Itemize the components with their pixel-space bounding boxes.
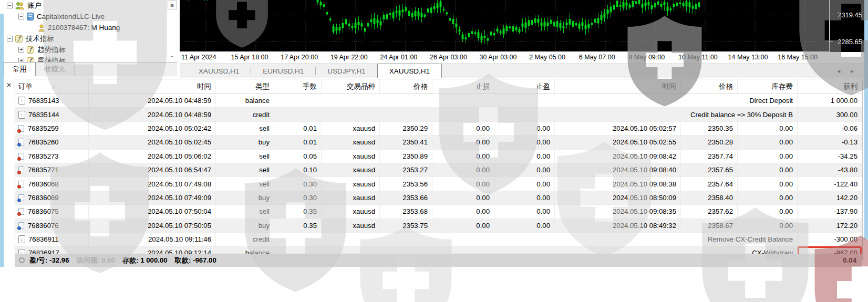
lots-cell: 0.01 (274, 122, 322, 135)
swap-cell: 0.00 (738, 163, 798, 176)
table-row[interactable]: 768360682024.05.10 07:49:08sell0.30xauus… (15, 177, 862, 191)
close-time-cell: 2024.05.10 05:02:55 (555, 136, 681, 149)
order-cell: 76835259 (15, 122, 89, 135)
time-cell: 2024.05.10 07:49:09 (89, 191, 216, 204)
table-row[interactable]: ↓768369112024.05.10 09:11:46creditRemove… (15, 233, 862, 246)
chart-tab-usdjpy-h1[interactable]: USDJPY,H1 (316, 64, 377, 78)
table-row[interactable]: 768360752024.05.10 07:50:04sell0.35xauus… (15, 205, 862, 218)
collapse-expander-icon[interactable]: − (7, 36, 13, 41)
table-row[interactable]: 768352732024.05.10 05:06:02sell0.05xauus… (15, 150, 862, 163)
comment-cell: Direct Deposit (274, 94, 798, 107)
column-header-3[interactable]: 手数 (274, 79, 322, 93)
column-header-9[interactable]: 价格 (681, 79, 738, 93)
table-row[interactable]: 768352602024.05.10 05:02:45buy0.01xauusd… (15, 136, 862, 149)
symbol-cell: xauusd (322, 136, 380, 149)
close-time-cell: 2024.05.10 09:08:38 (555, 177, 681, 190)
order-cell: ↑76835143 (15, 94, 89, 107)
comment-cell: Credit balance => 30% Deposit B (274, 108, 798, 121)
tree-item[interactable]: +ƒ趋势指标 (4, 44, 167, 55)
sl-cell: 0.00 (432, 177, 494, 190)
x-axis-tick-label: 10 May 11:00 (678, 54, 718, 61)
tree-item[interactable]: +ƒ震荡指标 (4, 55, 167, 62)
column-header-5[interactable]: 价格 (380, 79, 432, 93)
table-row[interactable]: 768352592024.05.10 05:02:42sell0.01xauus… (15, 122, 862, 136)
candlestick-chart[interactable]: 2319.452285.65 (180, 0, 864, 52)
table-row[interactable]: ↑768351432024.05.10 04:48:59balanceDirec… (15, 94, 862, 108)
table-row[interactable]: 768360762024.05.10 07:50:05buy0.35xauusd… (15, 219, 862, 233)
type-cell: sell (216, 205, 274, 218)
chart-tab-eurusd-h1[interactable]: EURUSD,H1 (251, 64, 315, 78)
terminal-close-button[interactable]: ✕ (5, 81, 13, 89)
type-cell: credit (216, 233, 274, 246)
user-icon (38, 24, 45, 32)
x-axis-tick-label: 11 Apr 2024 (181, 54, 216, 61)
table-row[interactable]: ↑768351442024.05.10 04:48:59creditCredit… (15, 108, 862, 121)
symbol-cell: xauusd (322, 150, 380, 163)
sl-cell: 0.00 (432, 136, 494, 149)
tree-item[interactable]: −账户 (4, 0, 167, 11)
tree-item[interactable]: −CapitalxtendLLC-Live (4, 11, 167, 22)
tree-item[interactable]: 2100378467: M Huang (4, 22, 167, 33)
order-id: 76835259 (28, 124, 59, 132)
close-price-cell: 2357.65 (681, 163, 738, 176)
tree-item-label: 2100378467: M Huang (48, 24, 120, 32)
tab-scroll-left-icon[interactable]: ◄ (836, 68, 841, 74)
type-cell: sell (216, 150, 274, 163)
order-sell-icon (18, 181, 24, 188)
swap-cell: 0.00 (738, 205, 798, 218)
column-header-1[interactable]: 时间 (89, 79, 216, 93)
table-row[interactable]: 768360692024.05.10 07:49:09buy0.30xauusd… (15, 191, 862, 205)
x-axis-tick-label: 16 May 15:00 (778, 54, 818, 61)
tp-cell: 0.00 (494, 150, 555, 163)
tp-cell: 0.00 (494, 205, 555, 218)
navigator-tab-common[interactable]: 常用 (4, 62, 36, 76)
time-cell: 2024.05.10 07:50:05 (89, 219, 216, 232)
column-header-0[interactable]: 订单∕ (15, 79, 89, 93)
collapse-expander-icon[interactable]: − (18, 14, 24, 19)
expand-expander-icon[interactable]: + (18, 47, 24, 53)
profit-cell: -43.80 (798, 163, 862, 176)
expand-expander-icon[interactable]: + (18, 58, 24, 62)
tree-item-label: 技术指标 (26, 34, 54, 44)
navigator-scrollbar[interactable]: ≡ ⌄ (167, 0, 177, 62)
accounts-icon (15, 2, 24, 9)
column-header-2[interactable]: 类型 (216, 79, 274, 93)
sl-cell: 0.00 (432, 150, 494, 163)
sl-cell: 0.00 (432, 163, 494, 176)
balance-in-icon: ↑ (18, 111, 25, 119)
lots-cell: 0.30 (274, 191, 322, 204)
lots-cell: 0.35 (274, 219, 322, 232)
swap-cell: 0.00 (738, 191, 798, 204)
column-header-11[interactable]: 获利 (798, 79, 862, 93)
tab-scroll-right-icon[interactable]: ► (850, 68, 855, 74)
swap-cell: 0.00 (738, 150, 798, 163)
price-cell: 2350.41 (380, 136, 432, 149)
column-header-8[interactable]: 时间 (555, 79, 681, 93)
profit-cell: -137.90 (798, 205, 862, 218)
navigator-menu-button[interactable]: ≡ (168, 1, 177, 9)
table-row[interactable]: 768357712024.05.10 06:54:47sell0.10xauus… (15, 163, 862, 177)
close-time-cell: 2024.05.10 08:49:32 (555, 219, 681, 232)
tree-item-label: 趋势指标 (37, 45, 66, 55)
order-sell-icon (18, 153, 24, 160)
close-price-cell: 2357.62 (681, 205, 738, 218)
type-cell: sell (216, 122, 274, 135)
function-icon: ƒ (15, 35, 23, 43)
profit-cell: -0.13 (798, 136, 862, 149)
column-header-6[interactable]: 止损 (432, 79, 494, 93)
chart-tab-xauusd-h1[interactable]: XAUUSD,H1 (187, 64, 251, 78)
navigator-scroll-down-button[interactable]: ⌄ (168, 50, 177, 59)
navigator-tab-favorites[interactable]: 收藏夹 (36, 63, 75, 76)
chart-tab-xauusd-h1[interactable]: XAUUSD,H1 (377, 64, 442, 78)
collapse-expander-icon[interactable]: − (7, 3, 13, 8)
tree-item[interactable]: −ƒ技术指标 (4, 33, 167, 44)
chevron-down-icon: ⌄ (169, 51, 174, 59)
column-header-7[interactable]: 止盈 (494, 79, 555, 93)
price-cell: 2353.68 (380, 205, 432, 218)
column-header-4[interactable]: 交易品种 (322, 79, 380, 93)
chart-tab-scroll-arrows: ◄ ► (836, 64, 855, 78)
column-header-10[interactable]: 库存费 (738, 79, 798, 93)
order-cell: 76835260 (15, 136, 89, 149)
type-cell: balance (216, 94, 274, 107)
chart-tab-bar: XAUUSD,H1EURUSD,H1USDJPY,H1XAUUSD,H1 ◄ ► (180, 64, 864, 78)
